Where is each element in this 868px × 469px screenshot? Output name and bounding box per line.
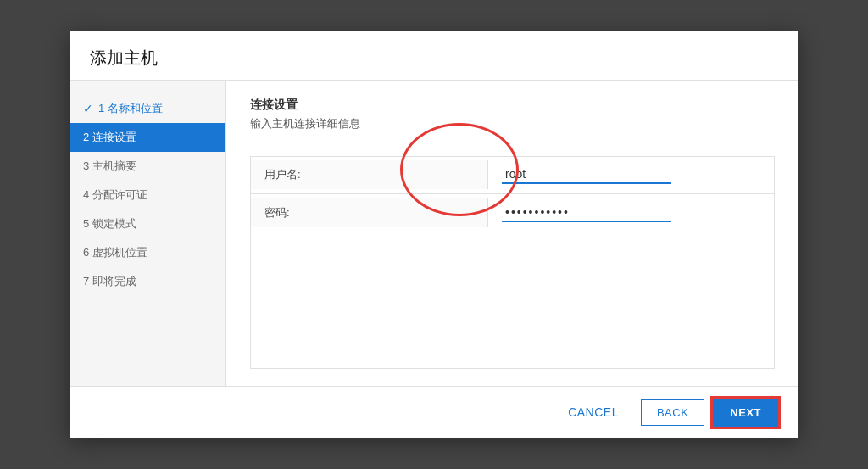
dialog-title: 添加主机 (90, 47, 778, 70)
username-value-cell (488, 159, 774, 191)
dialog-body: ✓ 1 名称和位置 2 连接设置 3 主机摘要 4 分配许可证 5 锁定模式 6… (70, 81, 798, 386)
back-button[interactable]: BACK (641, 399, 704, 426)
check-icon-1: ✓ (83, 102, 93, 115)
form-area: 用户名: 密码: (250, 156, 775, 369)
username-input[interactable] (502, 165, 671, 184)
password-value-cell (488, 197, 774, 229)
steps-panel: ✓ 1 名称和位置 2 连接设置 3 主机摘要 4 分配许可证 5 锁定模式 6… (70, 81, 226, 386)
step-5: 5 锁定模式 (70, 209, 225, 238)
main-content: 连接设置 输入主机连接详细信息 用户名: 密码: (226, 81, 798, 386)
dialog-header: 添加主机 (70, 31, 798, 81)
step-1: ✓ 1 名称和位置 (70, 94, 225, 123)
password-input[interactable] (502, 204, 671, 222)
section-title: 连接设置 (250, 98, 775, 113)
step-3: 3 主机摘要 (70, 152, 225, 181)
step-6: 6 虚拟机位置 (70, 238, 225, 267)
dialog-container: 添加主机 ✓ 1 名称和位置 2 连接设置 3 主机摘要 4 分配许可证 5 锁… (70, 31, 798, 438)
dialog-footer: CANCEL BACK NEXT (70, 386, 798, 438)
username-label: 用户名: (251, 160, 488, 189)
step-4: 4 分配许可证 (70, 181, 225, 209)
password-label: 密码: (251, 198, 488, 227)
next-button[interactable]: NEXT (713, 399, 778, 427)
username-row: 用户名: (251, 157, 774, 194)
section-subtitle: 输入主机连接详细信息 (250, 116, 775, 142)
password-row: 密码: (251, 194, 774, 232)
step-2: 2 连接设置 (70, 123, 225, 152)
step-7: 7 即将完成 (70, 267, 225, 296)
cancel-button[interactable]: CANCEL (554, 399, 632, 426)
